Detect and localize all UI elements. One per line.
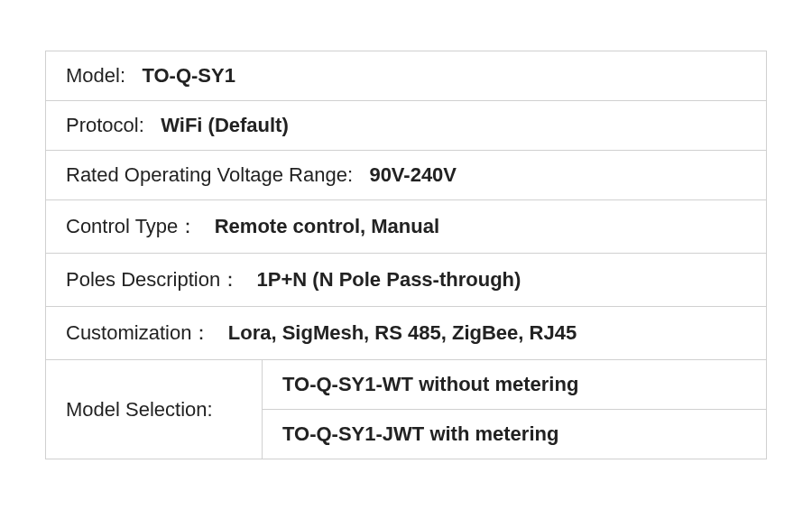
poles-label: Poles Description： <box>66 268 240 291</box>
protocol-label: Protocol: <box>66 114 144 136</box>
table-row: Rated Operating Voltage Range: 90V-240V <box>46 151 767 200</box>
model-selection-label: Model Selection: <box>66 398 213 421</box>
spec-cell-model-selection-option2: TO-Q-SY1-JWT with metering <box>263 410 767 459</box>
voltage-label: Rated Operating Voltage Range: <box>66 163 353 186</box>
table-row: Control Type： Remote control, Manual <box>46 200 767 254</box>
voltage-value: 90V-240V <box>369 163 457 186</box>
specifications-table: Model: TO-Q-SY1 Protocol: WiFi (Default)… <box>45 51 767 459</box>
spec-cell-customization: Customization： Lora, SigMesh, RS 485, Zi… <box>46 307 767 360</box>
model-selection-option1: TO-Q-SY1-WT without metering <box>282 373 578 395</box>
control-value: Remote control, Manual <box>215 215 439 237</box>
control-label: Control Type： <box>66 215 198 237</box>
spec-cell-model-selection-option1: TO-Q-SY1-WT without metering <box>263 360 767 410</box>
customization-value: Lora, SigMesh, RS 485, ZigBee, RJ45 <box>228 321 577 344</box>
spec-cell-poles: Poles Description： 1P+N (N Pole Pass-thr… <box>46 254 767 307</box>
model-selection-option2: TO-Q-SY1-JWT with metering <box>282 422 558 445</box>
model-label: Model: <box>66 64 125 87</box>
spec-cell-model: Model: TO-Q-SY1 <box>46 51 767 101</box>
table-row: Customization： Lora, SigMesh, RS 485, Zi… <box>46 307 767 360</box>
table-row: Model: TO-Q-SY1 <box>46 51 767 101</box>
customization-label: Customization： <box>66 321 211 344</box>
spec-cell-voltage: Rated Operating Voltage Range: 90V-240V <box>46 151 767 200</box>
protocol-value: WiFi (Default) <box>161 114 289 136</box>
table-row: Protocol: WiFi (Default) <box>46 101 767 151</box>
spec-cell-model-selection-label: Model Selection: <box>46 360 263 459</box>
table-row: Poles Description： 1P+N (N Pole Pass-thr… <box>46 254 767 307</box>
table-row: Model Selection: TO-Q-SY1-WT without met… <box>46 360 767 410</box>
poles-value: 1P+N (N Pole Pass-through) <box>257 268 521 291</box>
model-value: TO-Q-SY1 <box>142 64 235 87</box>
spec-cell-protocol: Protocol: WiFi (Default) <box>46 101 767 151</box>
spec-cell-control: Control Type： Remote control, Manual <box>46 200 767 254</box>
